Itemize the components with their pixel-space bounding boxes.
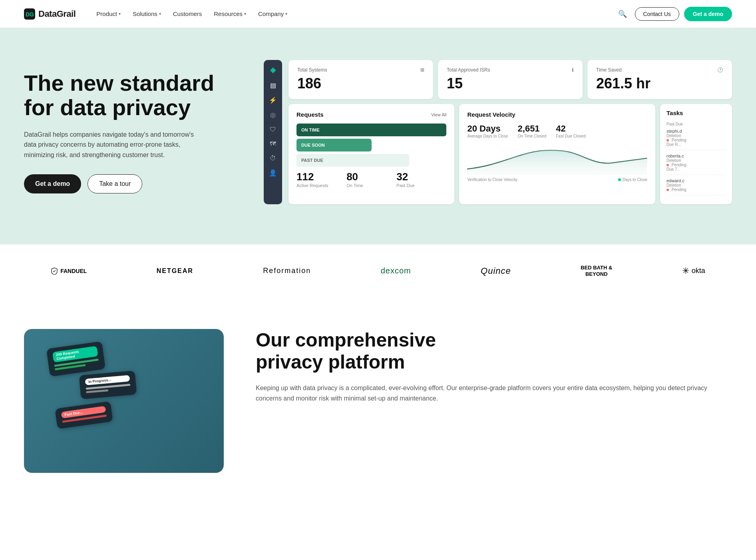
okta-logo: ✳ okta: [682, 266, 705, 276]
task-name: stephi.d: [666, 129, 726, 134]
section2-description: Keeping up with data privacy is a compli…: [256, 383, 732, 404]
sidebar-user-icon: 👤: [269, 169, 277, 177]
past-due-stat: 32 Past Due: [396, 171, 446, 188]
sidebar-logo-icon: ◈: [270, 66, 276, 74]
hero-description: DataGrail helps companies navigate today…: [24, 130, 208, 160]
velocity-header: Request Velocity: [467, 111, 647, 118]
task-status: Pending: [666, 163, 726, 167]
grid-icon: ⊞: [420, 67, 424, 73]
status-dot: [666, 164, 669, 166]
chart-legend: Days to Close: [618, 177, 647, 182]
sidebar-map-icon: 🗺: [270, 140, 276, 147]
dashboard-main: Total Systems ⊞ 186 Total Approved ISRs …: [288, 60, 732, 204]
chevron-down-icon: ▾: [244, 12, 246, 16]
time-saved-value: 261.5 hr: [596, 75, 723, 92]
logos-section: FANDUEL NETGEAR Reformation dexcom Quinc…: [0, 244, 756, 297]
nav-resources[interactable]: Resources ▾: [209, 7, 251, 20]
comprehensive-section: 200 Requests Completed In Progress... Pa…: [0, 297, 756, 505]
sidebar-clock-icon: ◎: [270, 111, 276, 119]
tasks-header: Tasks: [666, 110, 726, 116]
legend-dot: [618, 178, 621, 181]
nav-actions: 🔍 Contact Us Get a demo: [615, 6, 732, 22]
total-systems-value: 186: [297, 75, 424, 92]
tasks-card: Tasks Past Due stephi.d Deletion Pending…: [660, 104, 732, 204]
past-due-label: Past Due: [666, 122, 726, 126]
task-item: roberta.c Deletion Pending Due 7...: [666, 153, 726, 175]
hero-tour-button[interactable]: Take a tour: [88, 174, 142, 193]
chevron-down-icon: ▾: [159, 12, 161, 16]
on-time-bar: ON TIME: [296, 124, 446, 136]
avg-days-stat: 20 Days Average Days to Close: [467, 124, 508, 138]
section2-text: Our comprehensive privacy platform Keepi…: [256, 329, 732, 404]
velocity-title: Request Velocity: [467, 111, 515, 118]
sidebar-chart-icon: ▤: [270, 82, 276, 89]
requests-card: Requests View All ON TIME DUE SOON PAST …: [288, 104, 454, 204]
sidebar-shield-icon: 🛡: [270, 126, 276, 133]
dexcom-logo: dexcom: [381, 266, 411, 275]
total-systems-label: Total Systems ⊞: [297, 67, 424, 73]
nav-links: Product ▾ Solutions ▾ Customers Resource…: [92, 7, 615, 20]
contact-us-button[interactable]: Contact Us: [635, 7, 679, 21]
phone-mockup-3: Past Due...: [55, 401, 113, 429]
nav-product[interactable]: Product ▾: [92, 7, 125, 20]
dashboard-sidebar: ◈ ▤ ⚡ ◎ 🛡 🗺 ⏱ 👤: [264, 60, 282, 204]
task-status: Pending: [666, 138, 726, 142]
task-action: Deletion: [666, 158, 726, 163]
status-dot: [666, 139, 669, 141]
section2-title: Our comprehensive privacy platform: [256, 329, 732, 373]
reformation-logo: Reformation: [263, 267, 311, 275]
hero-buttons: Get a demo Take a tour: [24, 174, 232, 193]
phone-bar-2: [86, 389, 108, 393]
requests-stats: 112 Active Requests 80 On Time 32 Past D…: [296, 171, 446, 188]
fast-due-closed-stat: 42 Fast Due Closed: [556, 124, 585, 138]
chevron-down-icon: ▾: [285, 12, 287, 16]
phone-mockup-2: In Progress...: [79, 371, 137, 399]
task-action: Deletion: [666, 183, 726, 187]
task-name: edward.c: [666, 178, 726, 183]
hero-section: The new standard for data privacy DataGr…: [0, 28, 756, 244]
chart-footer: Verification to Close Velocity Days to C…: [467, 177, 647, 182]
phone-bar: [86, 384, 130, 390]
nav-customers[interactable]: Customers: [168, 7, 207, 20]
navigation: DG DataGrail Product ▾ Solutions ▾ Custo…: [0, 0, 756, 28]
requests-header: Requests View All: [296, 111, 446, 118]
quince-logo: Quince: [481, 266, 511, 276]
logo-icon: DG: [24, 8, 35, 20]
velocity-card: Request Velocity 20 Days Average Days to…: [459, 104, 655, 204]
due-soon-bar: DUE SOON: [296, 139, 372, 151]
bedbathbeyond-logo: BED BATH &BEYOND: [581, 265, 612, 277]
total-isrs-label: Total Approved ISRs ℹ: [447, 67, 574, 73]
requests-title: Requests: [296, 111, 324, 118]
on-time-stat: 80 On Time: [346, 171, 396, 188]
task-item: edward.c Deletion Pending: [666, 178, 726, 195]
platform-image: 200 Requests Completed In Progress... Pa…: [24, 329, 224, 473]
phone-mockup-1: 200 Requests Completed: [46, 341, 105, 377]
velocity-chart: [467, 143, 647, 175]
nav-company[interactable]: Company ▾: [253, 7, 292, 20]
view-all-link[interactable]: View All: [431, 112, 446, 117]
hero-text: The new standard for data privacy DataGr…: [24, 71, 232, 194]
task-name: roberta.c: [666, 153, 726, 158]
time-saved-label: Time Saved 🕐: [596, 67, 723, 73]
nav-solutions[interactable]: Solutions ▾: [128, 7, 166, 20]
clock-icon: 🕐: [717, 67, 723, 73]
logo[interactable]: DG DataGrail: [24, 8, 76, 20]
okta-sun-icon: ✳: [682, 266, 689, 276]
fanduel-logo: FANDUEL: [51, 267, 87, 275]
netgear-logo: NETGEAR: [157, 267, 193, 275]
search-icon[interactable]: 🔍: [615, 6, 630, 22]
active-requests-stat: 112 Active Requests: [296, 171, 346, 188]
logo-text: DataGrail: [38, 9, 76, 19]
phone-tag-2: In Progress...: [85, 375, 130, 385]
total-systems-card: Total Systems ⊞ 186: [288, 60, 433, 99]
get-demo-button[interactable]: Get a demo: [684, 7, 732, 21]
task-action: Deletion: [666, 134, 726, 138]
sidebar-time-icon: ⏱: [270, 155, 276, 162]
svg-text:DG: DG: [26, 11, 34, 18]
status-dot: [666, 189, 669, 191]
tasks-title: Tasks: [666, 110, 683, 116]
dashboard-bottom: Requests View All ON TIME DUE SOON PAST …: [288, 104, 732, 204]
time-saved-card: Time Saved 🕐 261.5 hr: [587, 60, 732, 99]
task-due: Due R...: [666, 142, 726, 147]
hero-demo-button[interactable]: Get a demo: [24, 174, 81, 193]
